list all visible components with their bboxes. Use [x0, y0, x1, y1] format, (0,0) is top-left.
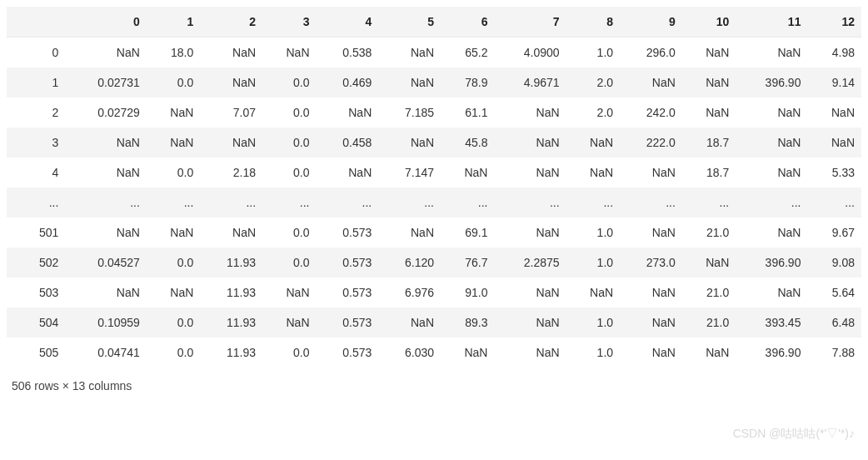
row-index: 501	[7, 218, 65, 248]
cell: 1.0	[566, 308, 620, 338]
row-index: 3	[7, 128, 65, 158]
table-row: 5050.047410.011.930.00.5736.030NaNNaN1.0…	[7, 338, 861, 368]
cell: 18.0	[147, 38, 200, 68]
cell: 6.120	[378, 248, 441, 278]
cell: NaN	[147, 98, 200, 128]
col-header: 1	[147, 7, 200, 38]
cell: 396.90	[736, 338, 807, 368]
cell: 91.0	[441, 278, 494, 308]
cell: 0.04527	[65, 248, 147, 278]
cell: 21.0	[682, 218, 736, 248]
cell: 21.0	[682, 278, 736, 308]
cell: ...	[65, 188, 147, 218]
cell: NaN	[262, 308, 316, 338]
row-index: 0	[7, 38, 65, 68]
cell: 5.33	[807, 158, 861, 188]
cell: 0.02729	[65, 98, 147, 128]
col-header: 8	[566, 7, 620, 38]
row-index: 503	[7, 278, 65, 308]
row-index: ...	[7, 188, 65, 218]
cell: NaN	[620, 338, 682, 368]
cell: NaN	[682, 248, 736, 278]
cell: 4.0900	[494, 38, 566, 68]
cell: ...	[807, 188, 861, 218]
cell: 9.67	[807, 218, 861, 248]
cell: 1.0	[566, 248, 620, 278]
cell: NaN	[494, 278, 566, 308]
cell: NaN	[494, 308, 566, 338]
cell: NaN	[147, 218, 200, 248]
cell: NaN	[682, 338, 736, 368]
cell: 242.0	[620, 98, 682, 128]
col-header: 2	[200, 7, 262, 38]
col-header: 10	[682, 7, 736, 38]
cell: 396.90	[736, 68, 807, 98]
cell: 9.08	[807, 248, 861, 278]
cell: NaN	[620, 278, 682, 308]
cell: NaN	[200, 218, 262, 248]
cell: 6.030	[378, 338, 441, 368]
cell: NaN	[441, 338, 494, 368]
cell: NaN	[736, 38, 807, 68]
table-row: 5020.045270.011.930.00.5736.12076.72.287…	[7, 248, 861, 278]
cell: 296.0	[620, 38, 682, 68]
cell: 1.0	[566, 218, 620, 248]
cell: 11.93	[200, 308, 262, 338]
cell: ...	[682, 188, 736, 218]
cell: 1.0	[566, 338, 620, 368]
cell: NaN	[378, 218, 441, 248]
cell: 2.18	[200, 158, 262, 188]
cell: 7.07	[200, 98, 262, 128]
col-header: 6	[441, 7, 494, 38]
cell: 2.0	[566, 98, 620, 128]
cell: 222.0	[620, 128, 682, 158]
cell: 1.0	[566, 38, 620, 68]
cell: 9.14	[807, 68, 861, 98]
cell: NaN	[682, 98, 736, 128]
cell: 393.45	[736, 308, 807, 338]
cell: NaN	[147, 128, 200, 158]
cell: ...	[620, 188, 682, 218]
cell: 76.7	[441, 248, 494, 278]
cell: 0.538	[317, 38, 379, 68]
cell: 273.0	[620, 248, 682, 278]
table-row: 501NaNNaNNaN0.00.573NaN69.1NaN1.0NaN21.0…	[7, 218, 861, 248]
index-header	[7, 7, 65, 38]
cell: 0.469	[317, 68, 379, 98]
row-index: 2	[7, 98, 65, 128]
cell: NaN	[65, 128, 147, 158]
cell: ...	[494, 188, 566, 218]
cell: ...	[317, 188, 379, 218]
cell: NaN	[807, 98, 861, 128]
table-row: 0NaN18.0NaNNaN0.538NaN65.24.09001.0296.0…	[7, 38, 861, 68]
cell: NaN	[441, 158, 494, 188]
cell: 18.7	[682, 158, 736, 188]
cell: 11.93	[200, 278, 262, 308]
cell: NaN	[65, 278, 147, 308]
cell: NaN	[566, 278, 620, 308]
cell: 0.10959	[65, 308, 147, 338]
cell: 0.0	[262, 158, 316, 188]
cell: 69.1	[441, 218, 494, 248]
cell: 78.9	[441, 68, 494, 98]
cell: 0.0	[262, 68, 316, 98]
cell: NaN	[147, 278, 200, 308]
cell: 6.976	[378, 278, 441, 308]
cell: NaN	[378, 68, 441, 98]
col-header: 0	[65, 7, 147, 38]
cell: 7.88	[807, 338, 861, 368]
table-body: 0NaN18.0NaNNaN0.538NaN65.24.09001.0296.0…	[7, 38, 861, 368]
cell: 0.573	[317, 278, 379, 308]
table-row: 20.02729NaN7.070.0NaN7.18561.1NaN2.0242.…	[7, 98, 861, 128]
cell: 0.0	[262, 98, 316, 128]
cell: 21.0	[682, 308, 736, 338]
cell: NaN	[566, 158, 620, 188]
table-header-row: 0 1 2 3 4 5 6 7 8 9 10 11 12	[7, 7, 861, 38]
table-row: ........................................…	[7, 188, 861, 218]
cell: 0.04741	[65, 338, 147, 368]
cell: NaN	[262, 38, 316, 68]
cell: NaN	[317, 158, 379, 188]
cell: 4.98	[807, 38, 861, 68]
col-header: 4	[317, 7, 379, 38]
dataframe-table: 0 1 2 3 4 5 6 7 8 9 10 11 12 0NaN18.0NaN…	[7, 7, 861, 368]
